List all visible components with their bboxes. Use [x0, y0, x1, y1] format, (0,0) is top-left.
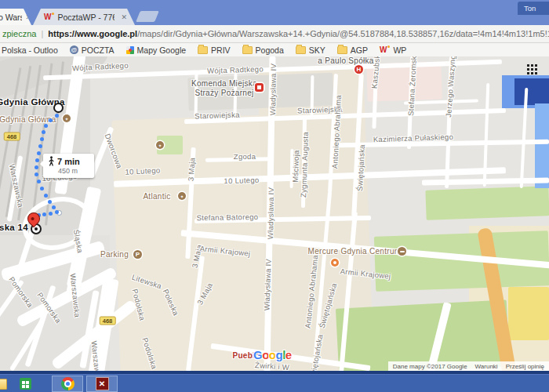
divider: | [41, 29, 43, 38]
poi-icon: ✦ [156, 141, 164, 149]
folder-icon [0, 379, 7, 390]
route-dot [37, 151, 41, 155]
map-shape [508, 287, 549, 340]
bookmark-label: Polska - Outloo [2, 45, 58, 55]
hotel-icon [398, 247, 406, 256]
address-bar[interactable]: zpieczna | https://www.google.pl /maps/d… [0, 25, 549, 43]
route-dot [35, 165, 38, 169]
fire-station-icon [255, 83, 264, 92]
route-dot [40, 187, 44, 191]
hospital-icon: H [354, 65, 363, 74]
bookmark-label: AGP [351, 45, 368, 55]
bookmark-priv[interactable]: PRIV [198, 45, 231, 55]
new-tab-button[interactable] [136, 11, 159, 22]
security-label: zpieczna [2, 29, 36, 38]
map-label: Jerzego Waszyngtona [445, 56, 459, 118]
route-dot [40, 137, 44, 141]
route-dot [44, 124, 48, 128]
tab-pocztawp[interactable]: W PocztaWP - 7766 nowy ✕ [33, 9, 135, 25]
bookmark-polska-outloo[interactable]: Polska - Outloo [2, 45, 58, 55]
desktop-screen: o Wars ✕ W PocztaWP - 7766 nowy ✕ Ton zp… [0, 0, 549, 392]
walking-icon [48, 156, 55, 166]
map-label: Władysława IV [269, 64, 278, 115]
map-label: Mercure Gdynia Centrum [308, 247, 402, 256]
google-logo-letter: e [285, 348, 292, 361]
taskbar: ✕ [0, 374, 549, 392]
bookmark-label: SKY [309, 45, 325, 55]
map-label: Wójta Radtkego [207, 65, 264, 75]
route-dot [55, 114, 59, 118]
route-dot [42, 212, 46, 216]
google-logo-letter: o [262, 348, 269, 361]
map-footer: Dane mapy ©2017 Google Warunki Prześlij … [388, 361, 549, 371]
bookmark-sky[interactable]: SKY [296, 45, 325, 55]
taskbar-app-button[interactable]: ✕ [86, 376, 118, 392]
taskbar-folder-button[interactable] [0, 376, 7, 392]
map-label: Władysława IV [267, 187, 276, 239]
terms-link[interactable]: Warunki [475, 363, 498, 370]
tab-close-icon[interactable]: ✕ [121, 13, 127, 21]
route-dot [48, 200, 52, 204]
theater-icon: ✦ [63, 114, 71, 122]
road-badge-468: 468 [100, 317, 116, 325]
url-host: https://www.google.pl [48, 29, 137, 38]
google-logo-letter: g [276, 348, 283, 361]
bookmark-label: PRIV [211, 45, 231, 55]
route-dot [42, 130, 45, 134]
google-logo-letter: o [269, 348, 276, 361]
route-duration-tooltip[interactable]: 7 min 450 m [43, 154, 94, 178]
bookmarks-bar: Polska - Outloo@POCZTAMapy GooglePRIVPog… [0, 43, 549, 57]
taskbar-chrome-button[interactable] [52, 376, 83, 392]
bookmark-label: WP [393, 45, 406, 55]
chrome-icon [61, 377, 75, 390]
bookmark-mapy-google[interactable]: Mapy Google [126, 45, 186, 55]
map-attribution: Dane mapy ©2017 Google [393, 363, 467, 370]
red-app-icon: ✕ [96, 377, 109, 390]
map-shape [425, 186, 549, 220]
road-badge-468: 468 [4, 132, 20, 141]
route-distance: 450 m [58, 167, 90, 175]
route-dot [35, 158, 39, 162]
tab-title: o Wars [0, 13, 22, 22]
map-shape [535, 103, 549, 188]
map-label: Zgoda [234, 153, 256, 162]
route-dot [55, 210, 59, 214]
parking-icon: P [133, 250, 142, 259]
route-dot [37, 180, 41, 183]
google-logo: Google [253, 348, 292, 361]
map-label: Żwirki i W [255, 361, 290, 371]
map-label: Wójta Radtkego [72, 62, 129, 74]
bookmark-label: Pogoda [256, 45, 284, 55]
route-dot [52, 205, 56, 209]
tab-close-icon[interactable]: ✕ [25, 13, 31, 21]
map-label: 10 Lutego [224, 176, 259, 186]
bookmark-poczta[interactable]: @POCZTA [70, 45, 115, 55]
url-path: /maps/dir/Gdynia+Główna/Warszawska+14.+G… [137, 29, 549, 38]
bookmark-label: POCZTA [82, 45, 115, 55]
map-label: Stefana Batorego [197, 213, 259, 223]
bookmark-wp[interactable]: WWP [380, 45, 406, 55]
route-duration: 7 min [57, 157, 80, 166]
wp-favicon: W [44, 13, 54, 21]
route-dot [49, 212, 53, 216]
feedback-link[interactable]: Prześlij opinię [506, 363, 544, 370]
route-dot [44, 194, 48, 198]
dots-grid-icon [527, 64, 537, 74]
map-shape [514, 78, 549, 105]
map-canvas[interactable]: 7 min 450 m Google Dane mapy ©2017 Googl… [0, 56, 549, 371]
map-label: Władysława IV [263, 259, 273, 311]
bookmark-agp[interactable]: AGP [337, 45, 368, 55]
map-label: 3 Maja [187, 157, 197, 181]
bookmark-pogoda[interactable]: Pogoda [242, 45, 284, 55]
route-dot [49, 118, 53, 122]
tab-title: PocztaWP - 7766 nowy [57, 13, 115, 22]
store-icon [20, 378, 31, 390]
profile-button[interactable]: Ton [518, 2, 549, 15]
route-origin-marker[interactable] [53, 103, 64, 113]
map-shape [336, 299, 510, 371]
map-label: Komenda Miejska Straży Pożarnej [191, 79, 257, 97]
tab-maps[interactable]: o Wars ✕ [0, 9, 31, 25]
google-logo-letter: G [253, 348, 262, 361]
route-dot [38, 144, 42, 148]
taskbar-store-button[interactable] [7, 376, 31, 392]
